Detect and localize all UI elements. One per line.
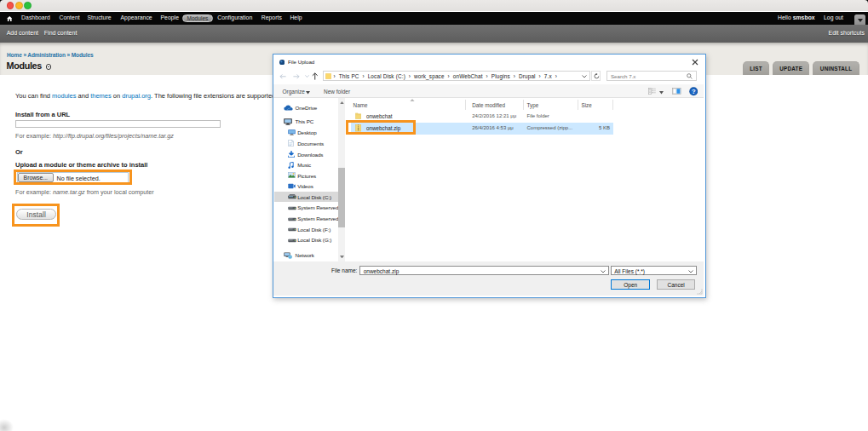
svg-text:?: ? (691, 88, 695, 95)
